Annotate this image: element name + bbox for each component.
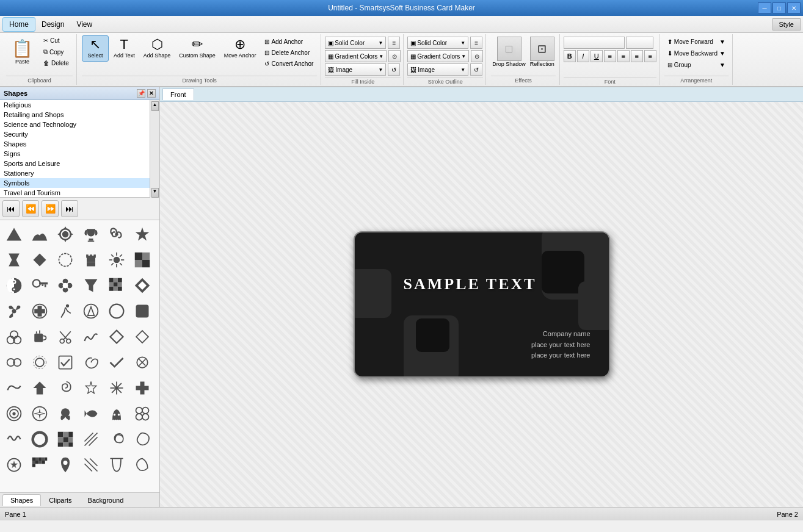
shape-cell-gear[interactable] [54,223,77,246]
align-right-button[interactable]: ≡ [631,50,643,62]
shape-cell-hourglass[interactable] [2,248,26,271]
menu-item-view[interactable]: View [70,18,98,31]
move-forward-button[interactable]: ⬆ Move Forward ▼ [664,37,729,47]
stroke-gradient-dropdown[interactable]: ▦ Gradient Colors ▼ [407,50,469,62]
category-item-signs[interactable]: Signs [0,149,150,159]
category-item-religious[interactable]: Religious [0,100,150,110]
category-item-sports[interactable]: Sports and Leisure [0,159,150,168]
shape-cell-yin[interactable] [2,274,26,297]
nav-prev-button[interactable]: ⏪ [22,200,39,217]
shape-cell-fish[interactable] [79,402,103,425]
category-scrollbar[interactable]: ▲ ▼ [150,100,159,198]
shape-cell-checkmark[interactable] [105,351,128,374]
shape-cell-diamond-outline[interactable] [105,325,128,348]
drop-shadow-button[interactable]: □ Drop Shadow [491,35,527,68]
shape-cell-swirl[interactable] [79,351,103,374]
shape-cell-cross-circle[interactable] [28,300,51,323]
shape-cell-wave3[interactable] [2,428,26,451]
shape-cell-rook[interactable] [79,248,103,271]
minimize-button[interactable]: ─ [758,2,771,13]
reflection-button[interactable]: ⊡ Reflection [529,35,556,68]
shape-cell-11[interactable] [131,376,154,400]
italic-button[interactable]: I [577,50,589,62]
category-item-security[interactable]: Security [0,129,150,139]
shape-cell-mountain[interactable] [2,223,26,246]
stroke-solid-dropdown[interactable]: ▣ Solid Color ▼ [407,37,468,49]
fill-gradient-dropdown[interactable]: ▦ Gradient Colors ▼ [325,50,387,62]
style-button[interactable]: Style [772,18,801,31]
delete-anchor-button[interactable]: ⊟ Delete Anchor [261,48,317,58]
menu-item-home[interactable]: Home [2,17,35,32]
align-center-button[interactable]: ≡ [617,50,630,62]
shape-cell-map-marker[interactable] [54,453,77,476]
underline-button[interactable]: U [590,50,603,62]
shape-cell-ring-target[interactable] [28,428,51,451]
shape-cell-6[interactable] [131,223,154,246]
shape-cell-radiation[interactable] [2,300,26,323]
shape-cell-compass[interactable] [28,402,51,425]
shape-cell-running[interactable] [54,300,77,323]
shape-cell-diamond4[interactable] [28,248,51,271]
shape-cell-8[interactable] [131,300,154,323]
shape-cell-lion[interactable] [54,402,77,425]
shape-cell-12[interactable] [131,402,154,425]
category-item-science[interactable]: Science and Technology [0,120,150,129]
shape-cell-diag-lines2[interactable] [79,453,103,476]
panel-close-button[interactable]: ✕ [147,89,156,98]
shape-cell-circle-dots[interactable] [54,248,77,271]
category-item-stationery[interactable]: Stationery [0,168,150,178]
fill-solid-options[interactable]: ≡ [388,37,400,49]
bold-button[interactable]: B [564,50,576,62]
shape-cell-wave[interactable] [79,325,103,348]
nav-last-button[interactable]: ⏭ [61,200,78,217]
move-backward-button[interactable]: ⬇ Move Backward ▼ [664,48,729,59]
maximize-button[interactable]: □ [772,2,786,13]
delete-button[interactable]: 🗑 Delete [40,58,73,68]
panel-pin-button[interactable]: 📌 [137,89,145,98]
shape-cell-snowflake[interactable] [105,376,128,400]
shape-cell-mug[interactable] [28,325,51,348]
align-justify-button[interactable]: ≡ [644,50,656,62]
convert-anchor-button[interactable]: ↺ Convert Anchor [261,59,317,69]
shape-cell-trophy[interactable] [79,223,103,246]
stroke-image-options[interactable]: ↺ [470,63,482,76]
add-text-button[interactable]: T Add Text [110,35,139,62]
shape-cell-ghost[interactable] [105,402,128,425]
scroll-down-btn[interactable]: ▼ [151,188,159,198]
shape-cell-biohazard[interactable] [105,223,128,246]
stroke-gradient-options[interactable]: ⊙ [471,50,483,62]
shape-cell-spiral[interactable] [54,376,77,400]
shape-cell-key[interactable] [28,274,51,297]
shape-cell-check-box[interactable] [54,351,77,374]
align-left-button[interactable]: ≡ [604,50,616,62]
shape-cell-13[interactable] [131,428,154,451]
close-button[interactable]: ✕ [787,2,801,13]
cut-button[interactable]: ✂ Cut [40,35,73,46]
font-name-input[interactable] [564,37,625,49]
shape-cell-funnel[interactable] [79,274,103,297]
canvas-tab-front[interactable]: Front [162,88,194,100]
fill-image-dropdown[interactable]: 🖼 Image ▼ [325,63,386,76]
shape-cell-sun2[interactable] [28,351,51,374]
tab-shapes[interactable]: Shapes [2,494,41,506]
shape-cell-sun[interactable] [105,248,128,271]
stroke-solid-options[interactable]: ≡ [470,37,482,49]
shape-cell-flower[interactable] [54,274,77,297]
shape-cell-checker2[interactable] [105,274,128,297]
shape-cell-checkerboard[interactable] [131,248,154,271]
shape-cell-circle-outline[interactable] [105,300,128,323]
select-button[interactable]: ↖ Select [82,35,109,62]
copy-button[interactable]: ⧉ Copy [40,46,73,57]
shape-cell-target[interactable] [2,402,26,425]
scroll-up-btn[interactable]: ▲ [151,101,159,111]
shape-cell-rings[interactable] [2,351,26,374]
menu-item-design[interactable]: Design [35,18,70,31]
custom-shape-button[interactable]: ✏ Custom Shape [175,35,219,62]
shape-cell-9[interactable] [131,325,154,348]
shape-cell-star-outline[interactable] [79,376,103,400]
shape-cell-14[interactable] [105,453,128,476]
category-item-shapes[interactable]: Shapes [0,139,150,149]
tab-background[interactable]: Background [80,494,132,506]
stroke-image-dropdown[interactable]: 🖼 Image ▼ [407,63,468,76]
tab-cliparts[interactable]: Cliparts [41,494,79,506]
